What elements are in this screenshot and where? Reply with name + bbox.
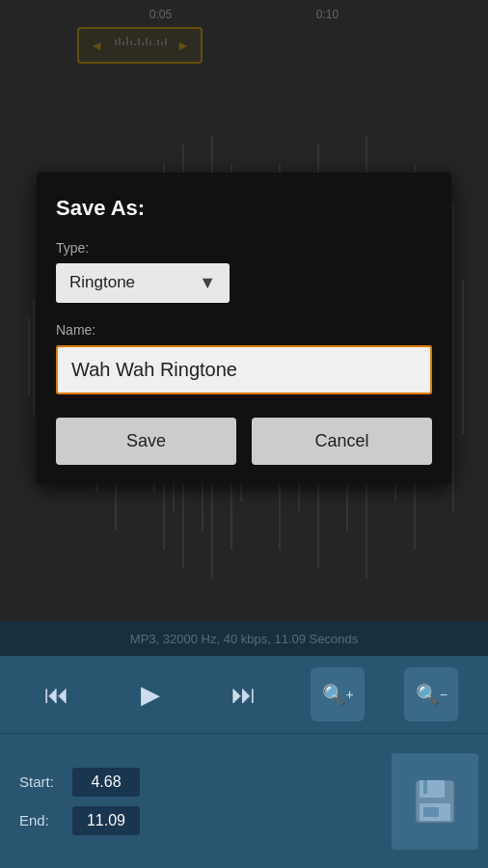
skip-back-button[interactable]: ⏮ (30, 667, 84, 721)
start-end-panel: Start: 4.68 End: 11.09 (0, 758, 392, 845)
zoom-in-button[interactable]: 🔍 + (311, 667, 365, 721)
play-button[interactable]: ▶ (123, 667, 177, 721)
svg-rect-150 (423, 807, 439, 817)
zoom-out-button[interactable]: 🔍 − (404, 667, 458, 721)
save-icon (410, 776, 460, 827)
dialog-overlay: Save As: Type: Ringtone ▼ Name: Save Can… (0, 0, 488, 656)
zoom-out-icon: 🔍 (416, 683, 440, 706)
skip-forward-icon: ⏭ (231, 680, 257, 710)
dialog-buttons: Save Cancel (56, 418, 432, 465)
save-button[interactable]: Save (56, 418, 236, 465)
save-file-button[interactable] (392, 753, 478, 850)
start-label: Start: (19, 773, 63, 790)
dialog-title: Save As: (56, 196, 432, 221)
bottom-info: Start: 4.68 End: 11.09 (0, 733, 488, 868)
play-icon: ▶ (141, 680, 160, 710)
type-dropdown[interactable]: Ringtone ▼ (56, 263, 230, 303)
start-row: Start: 4.68 (19, 768, 372, 797)
cancel-button[interactable]: Cancel (252, 418, 432, 465)
svg-rect-147 (420, 780, 445, 798)
end-label: End: (19, 812, 63, 828)
end-value: 11.09 (72, 806, 140, 835)
start-value: 4.68 (72, 768, 140, 797)
bottom-controls: ⏮ ▶ ⏭ 🔍 + 🔍 − (0, 656, 488, 733)
dropdown-arrow-icon: ▼ (199, 273, 216, 293)
skip-back-icon: ⏮ (44, 680, 69, 710)
type-label: Type: (56, 240, 432, 256)
name-input[interactable] (56, 345, 432, 394)
type-dropdown-value: Ringtone (69, 273, 135, 292)
waveform-area: 0:05 0:10 ◄ ► (0, 0, 488, 656)
zoom-in-icon: 🔍 (322, 683, 346, 706)
name-label: Name: (56, 322, 432, 338)
end-row: End: 11.09 (19, 806, 372, 835)
skip-forward-button[interactable]: ⏭ (217, 667, 271, 721)
svg-rect-148 (423, 780, 427, 794)
save-dialog: Save As: Type: Ringtone ▼ Name: Save Can… (37, 173, 451, 484)
